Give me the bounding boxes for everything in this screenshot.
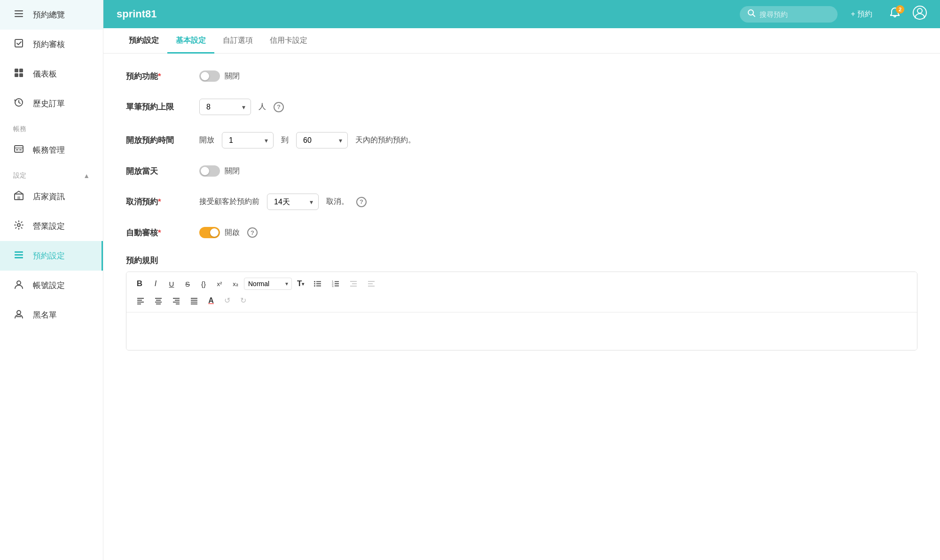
history-icon (13, 97, 24, 110)
max-booking-select-wrap[interactable]: 8 1 2 3 4 5 6 7 9 10 (199, 99, 251, 115)
toolbar-style-select-wrap[interactable]: Normal Heading 1 Heading 2 Heading 3 (244, 278, 292, 290)
max-booking-help-icon[interactable]: ? (274, 102, 284, 112)
toolbar-code-button[interactable]: {} (196, 278, 211, 290)
toolbar-font-color-button[interactable]: A (204, 294, 219, 307)
notification-button[interactable]: 2 (885, 5, 904, 23)
search-icon (747, 9, 756, 20)
toolbar-row-2: A ↺ ↻ (132, 294, 911, 307)
sidebar-item-overview-label: 預約總覽 (33, 9, 90, 20)
sidebar-item-blacklist[interactable]: 黑名單 (0, 300, 103, 330)
cancel-booking-help-icon[interactable]: ? (356, 197, 367, 207)
max-booking-unit: 人 (258, 102, 266, 112)
editor-body[interactable] (126, 312, 917, 350)
svg-rect-9 (15, 146, 23, 152)
toolbar-align-center-button[interactable] (150, 294, 167, 307)
sidebar-item-biz-settings[interactable]: 營業設定 (0, 211, 103, 241)
auto-review-toggle[interactable] (199, 227, 220, 238)
sidebar-section-billing: 帳務 (0, 118, 103, 135)
svg-rect-5 (19, 69, 23, 72)
sidebar-section-settings-label: 設定 (13, 171, 26, 180)
svg-point-19 (17, 281, 21, 285)
svg-rect-2 (15, 16, 23, 17)
toolbar-undo-button[interactable]: ↺ (219, 294, 235, 307)
toolbar-redo-button[interactable]: ↻ (235, 294, 251, 307)
sidebar-item-dashboard[interactable]: 儀表板 (0, 59, 103, 89)
topbar: sprint81 + 預約 2 (103, 0, 940, 28)
svg-line-23 (753, 14, 755, 16)
auto-review-toggle-knob (210, 228, 219, 237)
to-select[interactable]: 60 7 14 30 90 120 180 365 (296, 132, 348, 148)
required-star-1: * (158, 72, 161, 81)
from-select[interactable]: 1 2 3 5 7 14 30 (222, 132, 274, 148)
sidebar-item-history[interactable]: 歷史訂單 (0, 89, 103, 118)
svg-rect-12 (19, 149, 22, 150)
auto-review-help-icon[interactable]: ? (247, 227, 258, 238)
sidebar-item-blacklist-label: 黑名單 (33, 310, 90, 320)
toolbar-superscript-button[interactable]: x² (212, 278, 227, 290)
open-booking-time-prefix: 開放 (199, 135, 214, 145)
from-select-wrap[interactable]: 1 2 3 5 7 14 30 (222, 132, 274, 148)
dashboard-icon (13, 68, 24, 80)
search-box[interactable] (740, 6, 838, 23)
sidebar-item-review-label: 預約審核 (33, 39, 90, 50)
tab-credit-card[interactable]: 信用卡設定 (261, 28, 316, 54)
toolbar-italic-button[interactable]: I (148, 277, 163, 290)
auto-review-label: 自動審核* (126, 227, 192, 238)
to-select-wrap[interactable]: 60 7 14 30 90 120 180 365 (296, 132, 348, 148)
sidebar-item-booking-settings[interactable]: 預約設定 (0, 241, 103, 271)
cancel-booking-select[interactable]: 14天 1天 2天 3天 7天 30天 (267, 194, 319, 210)
toolbar-indent-left-button[interactable] (363, 277, 380, 290)
sidebar: 預約總覽 預約審核 儀表板 (0, 0, 103, 560)
editor-wrap: B I U S {} x² x₂ Normal Heading 1 (126, 272, 917, 350)
svg-rect-18 (15, 257, 23, 258)
add-booking-button[interactable]: + 預約 (846, 7, 877, 22)
sidebar-item-store-info[interactable]: 店家資訊 (0, 182, 103, 211)
svg-rect-4 (15, 69, 18, 72)
toolbar-align-left-button[interactable] (132, 294, 149, 307)
toolbar-font-button[interactable]: T▾ (293, 277, 308, 291)
open-booking-time-suffix: 天內的預約預約。 (355, 135, 415, 145)
svg-rect-7 (19, 73, 23, 77)
toolbar-indent-right-button[interactable] (345, 277, 362, 290)
toolbar-strikethrough-button[interactable]: S (180, 278, 195, 290)
cancel-booking-select-wrap[interactable]: 14天 1天 2天 3天 7天 30天 (267, 194, 319, 210)
toolbar-subscript-button[interactable]: x₂ (228, 278, 243, 290)
required-star-2: * (158, 197, 161, 206)
toolbar-style-select[interactable]: Normal Heading 1 Heading 2 Heading 3 (244, 278, 292, 290)
svg-rect-0 (15, 10, 23, 11)
open-booking-time-label: 開放預約時間 (126, 135, 192, 146)
tab-basic-settings[interactable]: 基本設定 (167, 28, 214, 54)
max-booking-select[interactable]: 8 1 2 3 4 5 6 7 9 10 (199, 99, 251, 115)
sidebar-item-history-label: 歷史訂單 (33, 98, 90, 109)
booking-function-row: 預約功能* 關閉 (126, 70, 917, 82)
toolbar-bold-button[interactable]: B (132, 277, 147, 291)
toolbar-ul-button[interactable] (309, 277, 326, 290)
booking-settings-icon (13, 249, 24, 262)
sidebar-item-dashboard-label: 儀表板 (33, 69, 90, 79)
booking-function-toggle[interactable] (199, 70, 220, 82)
open-today-toggle[interactable] (199, 165, 220, 177)
sidebar-item-billing-label: 帳務管理 (33, 145, 90, 156)
sidebar-item-billing[interactable]: 帳務管理 (0, 135, 103, 165)
svg-rect-1 (15, 13, 23, 14)
svg-rect-16 (15, 251, 23, 253)
svg-point-28 (314, 283, 315, 285)
sidebar-item-review[interactable]: 預約審核 (0, 30, 103, 59)
search-input[interactable] (760, 10, 830, 18)
toolbar-align-justify-button[interactable] (186, 294, 203, 307)
gear-icon (13, 220, 24, 233)
svg-point-26 (314, 281, 315, 282)
tab-custom-options[interactable]: 自訂選項 (214, 28, 261, 54)
sidebar-item-account-settings[interactable]: 帳號設定 (0, 271, 103, 300)
svg-rect-6 (15, 73, 18, 77)
toolbar-align-right-button[interactable] (168, 294, 185, 307)
add-booking-label: + 預約 (851, 9, 872, 19)
toolbar-underline-button[interactable]: U (164, 278, 179, 290)
auto-review-toggle-wrap: 開啟 (199, 227, 240, 238)
svg-point-20 (17, 311, 21, 314)
toolbar-ol-button[interactable]: 1. 2. 3. (327, 277, 344, 290)
user-button[interactable] (913, 6, 927, 23)
sidebar-item-overview[interactable]: 預約總覽 (0, 0, 103, 30)
booking-rules-label: 預約規則 (126, 255, 917, 266)
open-today-toggle-wrap: 關閉 (199, 165, 240, 177)
